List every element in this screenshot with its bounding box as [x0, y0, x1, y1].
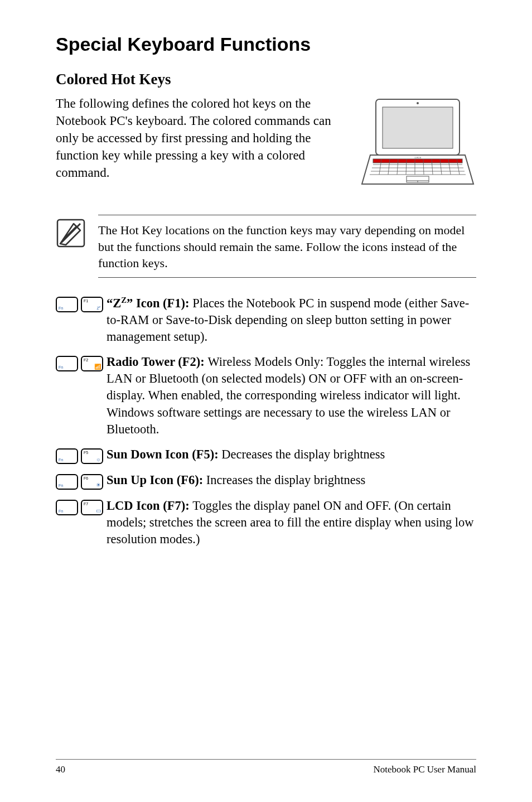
- footer-label: Notebook PC User Manual: [373, 764, 476, 775]
- intro-text: The following defines the colored hot ke…: [56, 95, 349, 181]
- hotkey-entry-f2: Fn F2📶 Radio Tower (F2): Wireless Models…: [56, 354, 476, 438]
- hotkey-entry-f6: Fn F6☀ Sun Up Icon (F6): Increases the d…: [56, 472, 476, 490]
- note-row: The Hot Key locations on the function ke…: [56, 215, 476, 278]
- svg-text:ASUS: ASUS: [414, 156, 422, 159]
- svg-rect-1: [383, 107, 453, 148]
- entry-text: Radio Tower (F2): Wireless Models Only: …: [107, 354, 476, 438]
- note-text: The Hot Key locations on the function ke…: [98, 215, 476, 278]
- entry-text: Sun Up Icon (F6): Increases the display …: [107, 472, 476, 489]
- hotkey-entry-f7: Fn F7▭ LCD Icon (F7): Toggles the displa…: [56, 497, 476, 548]
- hotkey-entry-f5: Fn F5☼ Sun Down Icon (F5): Decreases the…: [56, 446, 476, 464]
- fn-key-icon: Fn: [56, 297, 78, 312]
- key-pair: Fn F7▭: [56, 500, 103, 515]
- page-number: 40: [56, 764, 65, 775]
- page-title: Special Keyboard Functions: [56, 33, 476, 55]
- key-pair: Fn F5☼: [56, 448, 103, 464]
- f5-key-icon: F5☼: [81, 448, 103, 464]
- fn-key-icon: Fn: [56, 356, 78, 371]
- key-pair: Fn F1Zz: [56, 297, 103, 312]
- fn-key-icon: Fn: [56, 474, 78, 490]
- entry-text: LCD Icon (F7): Toggles the display panel…: [107, 497, 476, 548]
- page-footer: 40 Notebook PC User Manual: [56, 759, 476, 775]
- fn-key-icon: Fn: [56, 500, 78, 515]
- fn-key-icon: Fn: [56, 448, 78, 464]
- key-pair: Fn F6☀: [56, 474, 103, 490]
- f7-key-icon: F7▭: [81, 500, 103, 515]
- laptop-illustration: ASUS: [359, 95, 476, 192]
- key-pair: Fn F2📶: [56, 356, 103, 371]
- f1-key-icon: F1Zz: [81, 297, 103, 312]
- note-icon: [56, 218, 86, 248]
- section-heading: Colored Hot Keys: [56, 71, 476, 88]
- f6-key-icon: F6☀: [81, 474, 103, 490]
- entry-text: Sun Down Icon (F5): Decreases the displa…: [107, 446, 476, 463]
- f2-key-icon: F2📶: [81, 356, 103, 371]
- entry-text: “ZZ” Icon (F1): Places the Notebook PC i…: [107, 294, 476, 346]
- svg-point-2: [417, 102, 419, 104]
- hotkey-entry-f1: Fn F1Zz “ZZ” Icon (F1): Places the Noteb…: [56, 294, 476, 346]
- intro-row: The following defines the colored hot ke…: [56, 95, 476, 192]
